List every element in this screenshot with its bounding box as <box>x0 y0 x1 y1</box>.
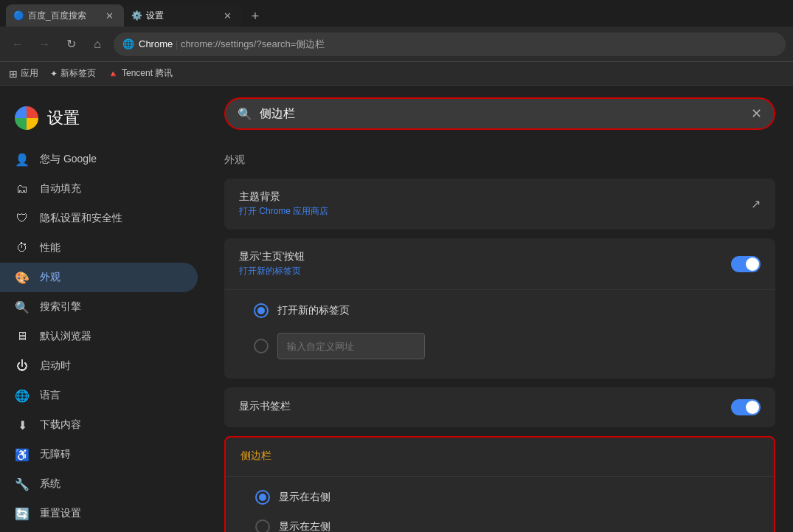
sidebar-section-card: 侧边栏 显示在右侧 显示在左侧 <box>224 436 775 532</box>
address-url: chrome://settings/?search=侧边栏 <box>181 38 325 49</box>
address-text: Chrome | chrome://settings/?search=侧边栏 <box>139 38 325 51</box>
sidebar-item-accessibility[interactable]: ♿ 无障碍 <box>0 440 198 469</box>
sidebar-item-google[interactable]: 👤 您与 Google <box>0 145 198 174</box>
sidebar-label-google: 您与 Google <box>40 153 97 166</box>
sidebar-label-language: 语言 <box>40 389 60 402</box>
radio-option-show-left[interactable]: 显示在左侧 <box>255 512 759 532</box>
home-button-toggle-switch[interactable] <box>731 256 761 272</box>
theme-control: ↗ <box>751 197 761 211</box>
new-tab-button[interactable]: + <box>245 6 266 27</box>
person-icon: 👤 <box>15 152 30 167</box>
home-button-card: 显示'主页'按钮 打开新的标签页 打开新的标签页 <box>224 238 775 379</box>
search-icon: 🔍 <box>238 107 252 121</box>
tab-settings[interactable]: ⚙️ 设置 ✕ <box>124 4 242 27</box>
download-icon: ⬇ <box>15 418 30 432</box>
sidebar-label-startup: 启动时 <box>40 359 71 373</box>
power-icon: ⏻ <box>15 359 30 373</box>
bookmark-apps-label: 应用 <box>21 67 38 80</box>
external-link-icon[interactable]: ↗ <box>751 197 761 211</box>
sidebar-label-download: 下载内容 <box>40 418 81 432</box>
sidebar-label-search: 搜索引擎 <box>40 300 81 314</box>
tab-baidu[interactable]: 🔵 百度_百度搜索 ✕ <box>6 4 124 27</box>
radio-show-left[interactable] <box>255 519 270 532</box>
radio-custom-url[interactable] <box>254 339 269 353</box>
bookmark-newtab[interactable]: ✦ 新标签页 <box>50 67 96 80</box>
sidebar-item-autofill[interactable]: 🗂 自动填充 <box>0 174 198 204</box>
sidebar-label-performance: 性能 <box>40 241 60 255</box>
home-button-info: 显示'主页'按钮 打开新的标签页 <box>239 250 731 277</box>
bookmarks-bar-label: 显示书签栏 <box>239 400 731 413</box>
back-button[interactable]: ← <box>7 34 28 55</box>
browser-icon: 🖥 <box>15 329 30 344</box>
settings-page: 设置 👤 您与 Google 🗂 自动填充 🛡 隐私设置和安全性 ⏱ 性能 🎨 … <box>0 86 793 532</box>
bookmarks-bar-control[interactable] <box>731 399 761 415</box>
home-button[interactable]: ⌂ <box>87 34 108 55</box>
bookmarks-bar-toggle[interactable] <box>731 399 761 415</box>
sidebar-title: 设置 <box>47 107 80 129</box>
accessibility-icon: ♿ <box>15 447 30 462</box>
sidebar-item-reset[interactable]: 🔄 重置设置 <box>0 499 198 528</box>
radio-show-right[interactable] <box>255 490 270 505</box>
sidebar-item-startup[interactable]: ⏻ 启动时 <box>0 351 198 381</box>
sidebar-section-info: 侧边栏 <box>240 449 759 464</box>
search-input[interactable] <box>260 107 744 120</box>
home-button-sublabel[interactable]: 打开新的标签页 <box>239 265 731 277</box>
chrome-brand-label: Chrome <box>139 38 173 49</box>
radio-option-custom-url[interactable] <box>254 325 761 367</box>
performance-icon: ⏱ <box>15 241 30 255</box>
tab-close-baidu[interactable]: ✕ <box>103 9 117 23</box>
tab-favicon-baidu: 🔵 <box>13 10 24 21</box>
address-favicon: 🌐 <box>122 38 134 49</box>
main-content: 🔍 ✕ 外观 主题背景 打开 Chrome 应用商店 <box>207 86 793 532</box>
radio-new-tab[interactable] <box>254 303 269 318</box>
theme-label: 主题背景 <box>239 190 751 204</box>
address-bar: ← → ↻ ⌂ 🌐 Chrome | chrome://settings/?se… <box>0 27 793 62</box>
paint-icon: 🎨 <box>15 270 30 285</box>
address-separator: | <box>176 38 181 49</box>
radio-option-show-right[interactable]: 显示在右侧 <box>255 483 759 512</box>
sidebar-section-label: 侧边栏 <box>240 449 759 463</box>
sidebar-label-appearance: 外观 <box>40 271 60 284</box>
sidebar-item-appearance[interactable]: 🎨 外观 <box>0 263 198 292</box>
bookmark-newtab-label: 新标签页 <box>60 67 96 80</box>
tab-close-settings[interactable]: ✕ <box>221 9 235 23</box>
bookmark-apps[interactable]: ⊞ 应用 <box>9 67 38 80</box>
wrench-icon: 🔧 <box>15 477 30 491</box>
sidebar-item-default-browser[interactable]: 🖥 默认浏览器 <box>0 322 198 351</box>
sidebar-radio-group: 显示在右侧 显示在左侧 <box>226 477 774 532</box>
bookmarks-bar-row: 显示书签栏 <box>224 387 775 427</box>
sidebar-label-accessibility: 无障碍 <box>40 448 71 461</box>
theme-row: 主题背景 打开 Chrome 应用商店 ↗ <box>224 179 775 229</box>
chrome-logo <box>15 106 38 130</box>
sidebar-item-system[interactable]: 🔧 系统 <box>0 469 198 499</box>
forward-button[interactable]: → <box>34 34 55 55</box>
shield-icon: 🛡 <box>15 211 30 226</box>
clear-search-button[interactable]: ✕ <box>751 106 762 122</box>
sidebar-item-download[interactable]: ⬇ 下载内容 <box>0 410 198 440</box>
search-bar-wrapper: 🔍 ✕ <box>207 86 793 142</box>
reload-button[interactable]: ↻ <box>60 34 81 55</box>
sidebar-item-privacy[interactable]: 🛡 隐私设置和安全性 <box>0 204 198 233</box>
newtab-icon: ✦ <box>50 69 58 79</box>
tab-label-baidu: 百度_百度搜索 <box>28 10 98 22</box>
address-input[interactable]: 🌐 Chrome | chrome://settings/?search=侧边栏 <box>114 32 786 56</box>
radio-show-right-label: 显示在右侧 <box>279 491 330 504</box>
search-bar: 🔍 ✕ <box>224 97 775 130</box>
sidebar-item-language[interactable]: 🌐 语言 <box>0 381 198 410</box>
content-body: 外观 主题背景 打开 Chrome 应用商店 ↗ <box>207 142 793 532</box>
radio-option-new-tab[interactable]: 打开新的标签页 <box>254 296 761 325</box>
radio-show-left-label: 显示在左侧 <box>279 520 330 532</box>
bookmarks-bar: ⊞ 应用 ✦ 新标签页 🔺 Tencent 腾讯 <box>0 62 793 86</box>
tab-label-settings: 设置 <box>146 10 216 22</box>
autofill-icon: 🗂 <box>15 182 30 196</box>
sidebar-label-privacy: 隐私设置和安全性 <box>40 212 122 225</box>
sidebar-item-performance[interactable]: ⏱ 性能 <box>0 233 198 263</box>
theme-sublabel[interactable]: 打开 Chrome 应用商店 <box>239 205 751 218</box>
apps-icon: ⊞ <box>9 68 18 80</box>
sidebar-item-search[interactable]: 🔍 搜索引擎 <box>0 292 198 322</box>
sidebar-label-autofill: 自动填充 <box>40 182 81 196</box>
home-button-row: 显示'主页'按钮 打开新的标签页 <box>224 238 775 290</box>
custom-url-input[interactable] <box>277 333 425 359</box>
bookmark-tencent[interactable]: 🔺 Tencent 腾讯 <box>108 67 173 80</box>
home-button-toggle[interactable] <box>731 256 761 272</box>
